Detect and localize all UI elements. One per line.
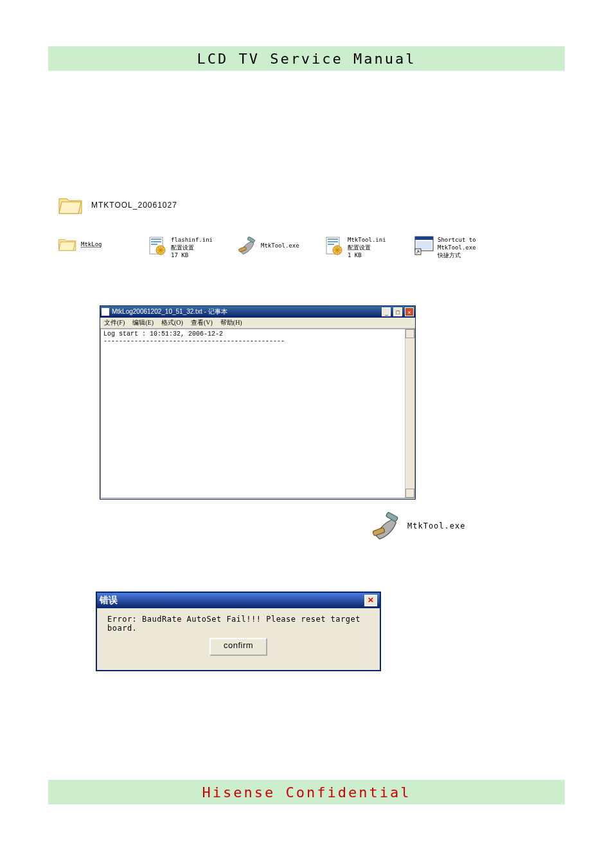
document-icon — [102, 308, 109, 316]
scroll-up-icon[interactable] — [405, 329, 414, 338]
menu-help[interactable]: 帮助(H) — [220, 318, 242, 327]
file-line1: Shortcut to — [438, 236, 476, 244]
ini-file-icon — [324, 236, 344, 255]
scrollbar[interactable] — [405, 329, 414, 498]
svg-rect-8 — [328, 239, 338, 240]
notepad-title-text: MtkLog20061202_10_51_32.txt - 记事本 — [112, 307, 381, 316]
file-item-mtklog-folder[interactable]: MtkLog — [58, 236, 102, 252]
folder-open-icon — [58, 194, 84, 215]
file-item-flashinf-ini[interactable]: flashinf.ini 配置设置 17 KB — [148, 236, 213, 259]
svg-rect-10 — [328, 244, 334, 245]
file-line3: 1 KB — [348, 251, 386, 259]
error-body: Error: BaudRate AutoSet Fail!!! Please r… — [97, 608, 380, 662]
close-button[interactable]: × — [405, 307, 414, 316]
page-footer: Hisense Confidential — [48, 780, 565, 804]
folder-item-main[interactable]: MTKTOOL_20061027 — [58, 194, 177, 215]
files-row: MtkLog flashinf.ini 配置设置 17 KB — [58, 236, 572, 263]
ini-file-icon — [148, 236, 167, 255]
file-line3: 17 KB — [171, 251, 213, 259]
menu-view[interactable]: 查看(V) — [191, 318, 213, 327]
file-line2: 配置设置 — [348, 244, 386, 251]
tool-exe-icon — [371, 511, 401, 541]
menu-edit[interactable]: 编辑(E) — [132, 318, 154, 327]
maximize-button[interactable]: □ — [393, 307, 402, 316]
notepad-textarea[interactable]: Log start : 10:51:32, 2006-12-2 --------… — [100, 329, 415, 498]
footer-text: Hisense Confidential — [202, 784, 411, 800]
file-item-shortcut[interactable]: Shortcut to MtkTool.exe 快捷方式 — [414, 236, 476, 259]
svg-rect-1 — [151, 239, 161, 240]
close-button[interactable]: × — [364, 595, 377, 606]
page: LCD TV Service Manual MTKTOOL_20061027 M… — [0, 0, 613, 868]
mtktool-icon-large[interactable]: MtkTool.exe — [371, 511, 465, 541]
svg-rect-3 — [151, 244, 157, 245]
file-label: MtkLog — [81, 241, 102, 248]
file-label: MtkTool.exe — [261, 242, 299, 249]
error-message: Error: BaudRate AutoSet Fail!!! Please r… — [107, 615, 369, 633]
svg-rect-13 — [415, 237, 433, 240]
minimize-button[interactable]: _ — [382, 307, 391, 316]
notepad-window: MtkLog20061202_10_51_32.txt - 记事本 _ □ × … — [100, 305, 416, 500]
confirm-button-label: confirm — [224, 640, 253, 650]
file-line2: 配置设置 — [171, 244, 213, 251]
file-line3: 快捷方式 — [438, 251, 476, 259]
error-titlebar[interactable]: 错误 × — [97, 593, 380, 608]
file-item-mtktool-ini[interactable]: MtkTool.ini 配置设置 1 KB — [324, 236, 386, 259]
svg-rect-9 — [328, 241, 338, 242]
file-line1: MtkTool.ini — [348, 236, 386, 244]
svg-rect-2 — [151, 241, 161, 242]
notepad-menubar: 文件(F) 编辑(E) 格式(O) 查看(V) 帮助(H) — [100, 318, 415, 329]
notepad-titlebar[interactable]: MtkLog20061202_10_51_32.txt - 记事本 _ □ × — [100, 306, 415, 318]
svg-rect-14 — [416, 241, 432, 249]
folder-main-label: MTKTOOL_20061027 — [91, 201, 177, 210]
notepad-content: Log start : 10:51:32, 2006-12-2 --------… — [103, 330, 285, 345]
mtktool-label-large: MtkTool.exe — [407, 521, 465, 530]
error-title-text: 错误 — [100, 595, 364, 606]
shortcut-icon — [414, 236, 434, 255]
error-dialog: 错误 × Error: BaudRate AutoSet Fail!!! Ple… — [96, 592, 381, 671]
page-header: LCD TV Service Manual — [48, 46, 565, 71]
folder-open-icon — [58, 236, 77, 252]
scroll-down-icon[interactable] — [405, 489, 414, 498]
tool-exe-icon — [238, 236, 257, 255]
menu-format[interactable]: 格式(O) — [161, 318, 183, 327]
confirm-button[interactable]: confirm — [209, 638, 267, 656]
file-line1: flashinf.ini — [171, 236, 213, 244]
file-item-mtktool-exe[interactable]: MtkTool.exe — [238, 236, 299, 255]
file-line2: MtkTool.exe — [438, 244, 476, 251]
menu-file[interactable]: 文件(F) — [104, 318, 125, 327]
page-title: LCD TV Service Manual — [197, 51, 416, 67]
